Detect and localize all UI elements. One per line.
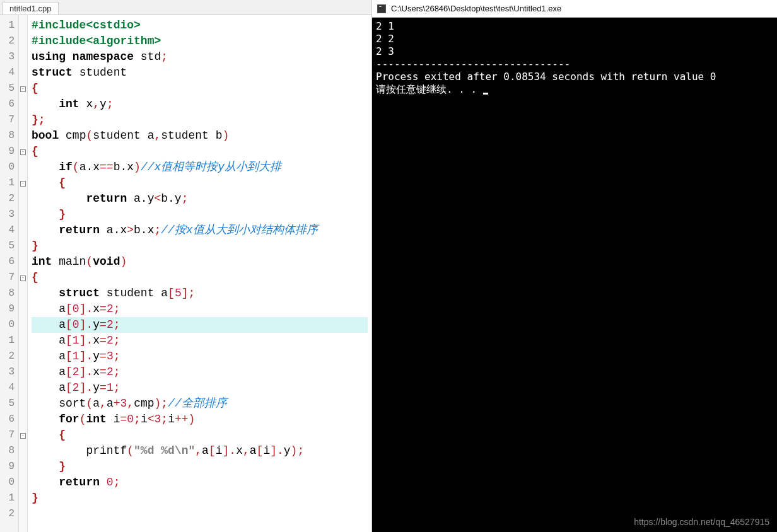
fold-marker[interactable]: -: [19, 175, 27, 191]
line-number: 1: [0, 18, 15, 33]
code-content[interactable]: #include<cstdio>#include<algorithm>using…: [28, 15, 371, 532]
fold-marker[interactable]: -: [19, 427, 27, 443]
line-number: 3: [0, 364, 15, 380]
line-number: 5: [0, 238, 15, 254]
line-number: 2: [0, 33, 15, 49]
code-line[interactable]: using namespace std;: [32, 49, 368, 65]
fold-marker: [19, 223, 27, 238]
line-number: 9: [0, 459, 15, 475]
terminal-line: --------------------------------: [376, 58, 773, 71]
line-number: 9: [0, 301, 15, 317]
fold-column: -----: [19, 15, 28, 532]
line-number: 4: [0, 65, 15, 81]
fold-marker: [19, 128, 27, 144]
terminal-titlebar[interactable]: C:\Users\26846\Desktop\test\test\Untitle…: [372, 0, 777, 18]
line-number: 4: [0, 380, 15, 396]
code-line[interactable]: bool cmp(student a,student b): [32, 128, 368, 144]
fold-marker: [19, 65, 27, 81]
code-line[interactable]: if(a.x==b.x)//x值相等时按y从小到大排: [32, 159, 368, 175]
line-number: 5: [0, 396, 15, 412]
fold-marker: [19, 459, 27, 475]
code-line[interactable]: #include<cstdio>: [32, 18, 368, 33]
terminal-line: 2 2: [376, 33, 773, 45]
fold-marker: [19, 317, 27, 333]
tab-bar: ntitled1.cpp: [0, 0, 371, 15]
fold-marker: [19, 475, 27, 490]
line-number: 9: [0, 144, 15, 159]
code-line[interactable]: sort(a,a+3,cmp);//全部排序: [32, 396, 368, 412]
code-line[interactable]: int main(void): [32, 254, 368, 270]
file-tab[interactable]: ntitled1.cpp: [3, 2, 59, 14]
code-line[interactable]: #include<algorithm>: [32, 33, 368, 49]
code-line[interactable]: [32, 506, 368, 522]
code-line[interactable]: struct student: [32, 65, 368, 81]
line-number: 6: [0, 254, 15, 270]
code-line[interactable]: a[0].y=2;: [32, 317, 368, 333]
fold-marker[interactable]: -: [19, 81, 27, 96]
fold-marker: [19, 490, 27, 506]
line-number: 5: [0, 81, 15, 96]
fold-marker: [19, 380, 27, 396]
line-number: 8: [0, 443, 15, 459]
code-line[interactable]: }: [32, 207, 368, 223]
code-line[interactable]: return a.x>b.x;//按x值从大到小对结构体排序: [32, 223, 368, 238]
code-line[interactable]: a[2].x=2;: [32, 364, 368, 380]
code-line[interactable]: {: [32, 175, 368, 191]
line-number: 3: [0, 207, 15, 223]
fold-marker: [19, 364, 27, 380]
fold-marker: [19, 349, 27, 364]
code-line[interactable]: a[0].x=2;: [32, 301, 368, 317]
line-number: 2: [0, 349, 15, 364]
line-number: 6: [0, 412, 15, 427]
fold-marker: [19, 159, 27, 175]
code-line[interactable]: }: [32, 459, 368, 475]
fold-marker: [19, 506, 27, 522]
fold-marker[interactable]: -: [19, 270, 27, 286]
watermark: https://blog.csdn.net/qq_46527915: [634, 517, 769, 527]
fold-marker: [19, 286, 27, 301]
code-line[interactable]: {: [32, 427, 368, 443]
code-line[interactable]: return a.y<b.y;: [32, 191, 368, 207]
line-gutter: 12345678901234567890123456789012: [0, 15, 19, 532]
line-number: 7: [0, 112, 15, 128]
code-line[interactable]: {: [32, 144, 368, 159]
line-number: 3: [0, 49, 15, 65]
terminal-line: 2 1: [376, 20, 773, 33]
line-number: 1: [0, 175, 15, 191]
line-number: 2: [0, 191, 15, 207]
fold-marker: [19, 207, 27, 223]
line-number: 1: [0, 490, 15, 506]
terminal-pane: C:\Users\26846\Desktop\test\test\Untitle…: [372, 0, 777, 532]
code-line[interactable]: for(int i=0;i<3;i++): [32, 412, 368, 427]
code-line[interactable]: a[1].x=2;: [32, 333, 368, 349]
code-line[interactable]: return 0;: [32, 475, 368, 490]
terminal-line: 2 3: [376, 45, 773, 58]
line-number: 2: [0, 506, 15, 522]
fold-marker: [19, 18, 27, 33]
code-line[interactable]: {: [32, 270, 368, 286]
terminal-output[interactable]: 2 12 22 3-------------------------------…: [372, 18, 777, 532]
code-line[interactable]: int x,y;: [32, 96, 368, 112]
code-line[interactable]: };: [32, 112, 368, 128]
code-line[interactable]: {: [32, 81, 368, 96]
fold-marker[interactable]: -: [19, 144, 27, 159]
code-line[interactable]: }: [32, 238, 368, 254]
fold-marker: [19, 33, 27, 49]
code-line[interactable]: a[2].y=1;: [32, 380, 368, 396]
line-number: 1: [0, 333, 15, 349]
code-line[interactable]: }: [32, 490, 368, 506]
code-line[interactable]: printf("%d %d\n",a[i].x,a[i].y);: [32, 443, 368, 459]
line-number: 0: [0, 159, 15, 175]
code-line[interactable]: struct student a[5];: [32, 286, 368, 301]
fold-marker: [19, 396, 27, 412]
fold-marker: [19, 254, 27, 270]
line-number: 4: [0, 223, 15, 238]
line-number: 0: [0, 317, 15, 333]
fold-marker: [19, 112, 27, 128]
fold-marker: [19, 49, 27, 65]
code-line[interactable]: a[1].y=3;: [32, 349, 368, 364]
fold-marker: [19, 191, 27, 207]
line-number: 8: [0, 128, 15, 144]
terminal-icon: [377, 4, 386, 13]
code-area[interactable]: 12345678901234567890123456789012 ----- #…: [0, 15, 371, 532]
